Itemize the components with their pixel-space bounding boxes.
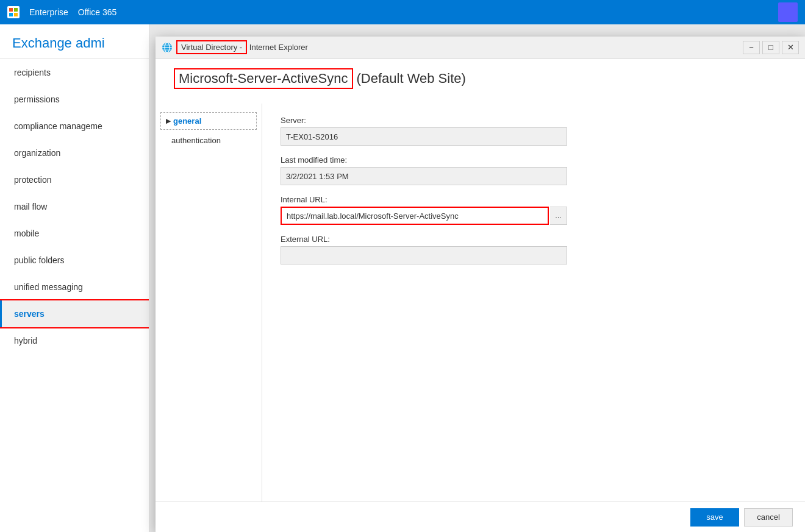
sidebar-item-publicfolders[interactable]: public folders (0, 247, 149, 274)
sidebar-item-protection[interactable]: protection (0, 166, 149, 193)
sidebar-item-mobile[interactable]: mobile (0, 220, 149, 247)
dialog-title-suffix: Internet Explorer (249, 43, 308, 52)
dialog-body: ▶ general authentication Server: Last mo… (156, 104, 805, 502)
dialog-page-title-area: Microsoft-Server-ActiveSync (Default Web… (156, 59, 805, 104)
server-label: Server: (281, 116, 787, 125)
arrow-icon: ▶ (166, 118, 171, 124)
dialog-title: Virtual Directory - Internet Explorer (176, 40, 739, 54)
sidebar-item-permissions[interactable]: permissions (0, 86, 149, 113)
dialog-main-content: Server: Last modified time: Internal URL… (262, 104, 805, 502)
sidebar-item-hybrid[interactable]: hybrid (0, 327, 149, 354)
dialog-controls: − □ ✕ (743, 41, 799, 54)
dialog-sidebar: ▶ general authentication (156, 104, 262, 502)
svg-rect-1 (14, 8, 18, 12)
general-label: general (173, 116, 201, 126)
app-logo (7, 6, 20, 18)
restore-button[interactable]: □ (762, 41, 779, 54)
ie-icon (162, 42, 173, 53)
last-modified-label: Last modified time: (281, 155, 787, 165)
close-button[interactable]: ✕ (782, 41, 799, 54)
dialog-footer: save cancel (156, 502, 805, 532)
svg-rect-3 (14, 13, 18, 16)
form-group-internal-url: Internal URL: … (281, 195, 787, 225)
external-url-input[interactable] (281, 246, 567, 264)
sidebar-item-unifiedmessaging[interactable]: unified messaging (0, 274, 149, 300)
dialog: Virtual Directory - Internet Explorer − … (156, 37, 805, 532)
dialog-titlebar: Virtual Directory - Internet Explorer − … (156, 37, 805, 59)
save-button[interactable]: save (690, 508, 739, 527)
top-bar: Enterprise Office 365 (0, 0, 805, 24)
external-url-label: External URL: (281, 235, 787, 244)
form-group-server: Server: (281, 116, 787, 146)
internal-url-browse-button[interactable]: … (550, 207, 567, 225)
svg-rect-0 (9, 8, 13, 12)
sidebar-item-recipients[interactable]: recipients (0, 59, 149, 86)
user-avatar[interactable] (778, 2, 798, 22)
last-modified-input[interactable] (281, 167, 567, 185)
internal-url-input[interactable] (281, 207, 549, 225)
dialog-nav-general[interactable]: ▶ general (160, 112, 257, 130)
vdir-name: Microsoft-Server-ActiveSync (174, 68, 353, 89)
svg-rect-2 (9, 13, 13, 16)
sidebar: Exchange admi recipients permissions com… (0, 24, 149, 532)
internal-url-label: Internal URL: (281, 195, 787, 204)
sidebar-item-servers[interactable]: servers (0, 300, 149, 327)
office365-link[interactable]: Office 365 (78, 7, 117, 17)
cancel-button[interactable]: cancel (744, 508, 793, 527)
main-layout: Exchange admi recipients permissions com… (0, 24, 805, 532)
dialog-title-prefix: Virtual Directory - (176, 40, 247, 54)
sidebar-title: Exchange admi (0, 24, 149, 59)
content-area: Virtual Directory - Internet Explorer − … (149, 24, 805, 532)
internal-url-wrapper: … (281, 207, 787, 225)
vdir-site: (Default Web Site) (357, 71, 466, 87)
sidebar-item-compliance[interactable]: compliance manageme (0, 113, 149, 140)
enterprise-link[interactable]: Enterprise (29, 7, 68, 17)
sidebar-item-organization[interactable]: organization (0, 140, 149, 166)
form-group-external-url: External URL: (281, 235, 787, 264)
form-group-lastmodified: Last modified time: (281, 155, 787, 185)
minimize-button[interactable]: − (743, 41, 760, 54)
dialog-nav-authentication[interactable]: authentication (156, 131, 262, 150)
sidebar-item-mailflow[interactable]: mail flow (0, 193, 149, 220)
server-input[interactable] (281, 127, 567, 146)
dialog-page-title: Microsoft-Server-ActiveSync (Default Web… (174, 68, 787, 89)
